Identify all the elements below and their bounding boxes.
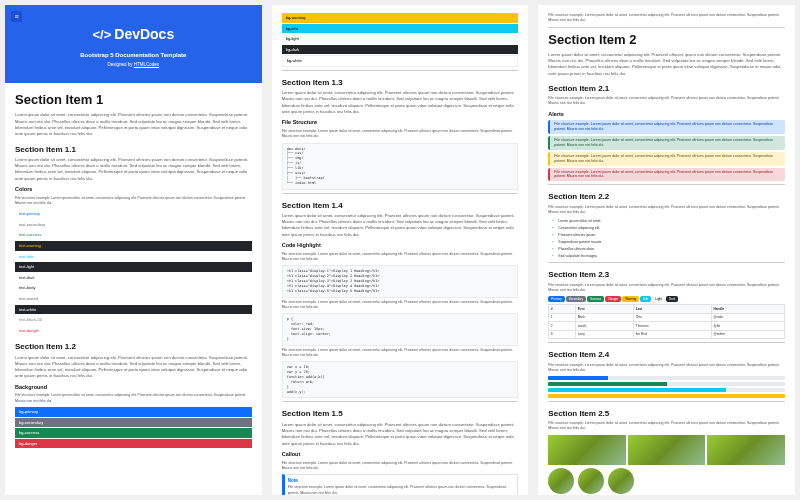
section-1-5-desc: Lorem ipsum dolor sit amet, consectetur … xyxy=(282,422,519,447)
progress-success xyxy=(548,382,785,386)
section-2-1-desc: File structure example. Lorem ipsum dolo… xyxy=(548,96,785,107)
data-table: #FirstLastHandle1MarkOtto@mdo2JacobThorn… xyxy=(548,304,785,339)
preview-column-2: bg-warning bg-info bg-light bg-dark bg-w… xyxy=(272,5,529,495)
bg-danger-swatch: bg-danger xyxy=(15,439,252,449)
list-item: Praesent ultricies ipsum xyxy=(552,232,785,239)
section-1-title: Section Item 1 xyxy=(15,91,252,109)
image-row xyxy=(548,435,785,465)
hero: ≡ </> DevDocs Bootstrap 5 Documentation … xyxy=(5,5,262,83)
preview-column-3: File structure example. Lorem ipsum dolo… xyxy=(538,5,795,495)
badge: Dark xyxy=(666,296,678,302)
preview-column-1: ≡ </> DevDocs Bootstrap 5 Documentation … xyxy=(5,5,262,495)
bg-primary-swatch: bg-primary xyxy=(15,407,252,417)
table-row: 3Larrythe Bird@twitter xyxy=(549,330,785,338)
alert-danger: File structure example. Lorem ipsum dolo… xyxy=(548,168,785,182)
badge: Primary xyxy=(548,296,564,302)
divider xyxy=(282,401,519,402)
section-1-5-title: Section Item 1.5 xyxy=(282,408,519,419)
section-2-5-desc: File structure example. Lorem ipsum dolo… xyxy=(548,421,785,432)
divider xyxy=(282,70,519,71)
text-secondary-swatch: text-secondary xyxy=(15,220,252,230)
image-placeholder xyxy=(707,435,785,465)
bg-secondary-swatch: bg-secondary xyxy=(15,418,252,428)
section-1-3-title: Section Item 1.3 xyxy=(282,77,519,88)
badge: Secondary xyxy=(566,296,586,302)
image-placeholder xyxy=(548,435,626,465)
content-area-1: Section Item 1 Lorem ipsum dolor sit ame… xyxy=(5,83,262,495)
content-area-3: File structure example. Lorem ipsum dolo… xyxy=(538,5,795,495)
progress-warning xyxy=(548,394,785,398)
list-item: Sed vulputate leo magna xyxy=(552,253,785,260)
section-1-desc: Lorem ipsum dolor sit amet, consectetur … xyxy=(15,112,252,137)
text-danger-swatch: text-danger xyxy=(15,326,252,336)
hero-credit: Designed by HTMLCodex xyxy=(15,62,252,68)
badge: Danger xyxy=(605,296,621,302)
text-warning-swatch: text-warning xyxy=(15,241,252,251)
section-1-1-desc: Lorem ipsum dolor sit amet, consectetur … xyxy=(15,157,252,182)
css-code-block: p { color: red; font-size: 16px; text-al… xyxy=(282,313,519,345)
progress-info xyxy=(548,388,785,392)
alert-primary: File structure example. Lorem ipsum dolo… xyxy=(548,120,785,134)
alert-success: File structure example. Lorem ipsum dolo… xyxy=(548,136,785,150)
html-code-block: <h1 class="display-1">Display 1 Heading<… xyxy=(282,265,519,297)
bg-info-swatch: bg-info xyxy=(282,24,519,34)
css-code-desc: File structure example. Lorem ipsum dolo… xyxy=(282,300,519,311)
divider xyxy=(548,342,785,343)
divider xyxy=(548,184,785,185)
section-2-1-title: Section Item 2.1 xyxy=(548,83,785,94)
circle-image xyxy=(548,468,574,494)
divider xyxy=(548,401,785,402)
alert-warning: File structure example. Lorem ipsum dolo… xyxy=(548,152,785,166)
circle-image xyxy=(608,468,634,494)
text-body-swatch: text-body xyxy=(15,283,252,293)
background-desc: File structure example. Lorem ipsum dolo… xyxy=(15,393,252,404)
table-row: 2JacobThornton@fat xyxy=(549,322,785,330)
bg-success-swatch: bg-success xyxy=(15,428,252,438)
badge-row: PrimarySecondarySuccessDangerWarningInfo… xyxy=(548,296,785,302)
bg-warning-swatch: bg-warning xyxy=(282,13,519,23)
list-item: Lorem ipsum dolor sit amet xyxy=(552,218,785,225)
text-muted-swatch: text-muted xyxy=(15,294,252,304)
section-2-title: Section Item 2 xyxy=(548,31,785,49)
text-dark-swatch: text-dark xyxy=(15,273,252,283)
section-2-desc: Lorem ipsum dolor sit amet, consectetur … xyxy=(548,52,785,77)
callout-body: File structure example. Lorem ipsum dolo… xyxy=(288,485,515,495)
hamburger-icon: ≡ xyxy=(14,12,18,22)
circle-images xyxy=(548,468,785,494)
section-1-3-desc: Lorem ipsum dolor sit amet, consectetur … xyxy=(282,90,519,115)
filestructure-desc: File structure example. Lorem ipsum dolo… xyxy=(282,129,519,140)
text-primary-swatch: text-primary xyxy=(15,209,252,219)
section-2-2-desc: File structure example. Lorem ipsum dolo… xyxy=(548,205,785,216)
codehighlight-desc: File structure example. Lorem ipsum dolo… xyxy=(282,252,519,263)
bg-white-swatch: bg-white xyxy=(282,55,519,67)
menu-button[interactable]: ≡ xyxy=(11,11,22,22)
filetree-code: dev-docs/ ├── css/ ├── img/ ├── js/ ├── … xyxy=(282,143,519,190)
callout-title: Note xyxy=(288,478,515,484)
text-success-swatch: text-success xyxy=(15,230,252,240)
list-item: Phasellus ultrices diam xyxy=(552,246,785,253)
badge: Light xyxy=(652,296,665,302)
codehighlight-heading: Code Highlight xyxy=(282,242,519,250)
callout-heading: Callout xyxy=(282,451,519,459)
badge: Success xyxy=(587,296,604,302)
bullet-list: Lorem ipsum dolor sit ametConsectetur ad… xyxy=(548,218,785,259)
image-placeholder xyxy=(628,435,706,465)
section-1-4-desc: Lorem ipsum dolor sit amet, consectetur … xyxy=(282,213,519,238)
section-2-5-title: Section Item 2.5 xyxy=(548,408,785,419)
top-desc: File structure example. Lorem ipsum dolo… xyxy=(548,13,785,24)
background-heading: Background xyxy=(15,384,252,392)
content-area-2: bg-warning bg-info bg-light bg-dark bg-w… xyxy=(272,5,529,495)
designer-link[interactable]: HTMLCodex xyxy=(134,62,159,67)
table-row: 1MarkOtto@mdo xyxy=(549,313,785,321)
text-info-swatch: text-info xyxy=(15,252,252,262)
code-icon: </> xyxy=(92,26,111,44)
badge: Info xyxy=(640,296,651,302)
section-2-3-desc: File structure example. Lorem ipsum dolo… xyxy=(548,283,785,294)
circle-image xyxy=(578,468,604,494)
section-1-2-title: Section Item 1.2 xyxy=(15,341,252,352)
badge: Warning xyxy=(622,296,639,302)
bg-dark-swatch: bg-dark xyxy=(282,45,519,55)
section-2-3-title: Section Item 2.3 xyxy=(548,269,785,280)
js-code-desc: File structure example. Lorem ipsum dolo… xyxy=(282,348,519,359)
section-1-2-desc: Lorem ipsum dolor sit amet, consectetur … xyxy=(15,355,252,380)
